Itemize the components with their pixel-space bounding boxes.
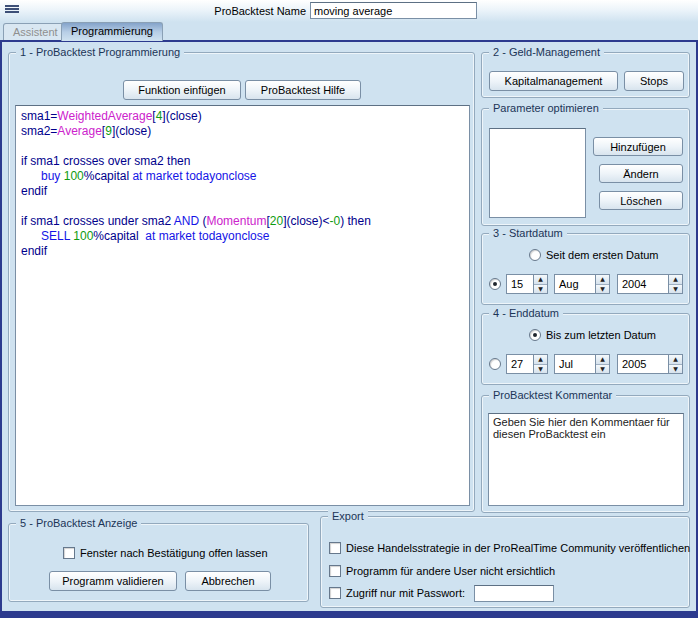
keep-window-open-label: Fenster nach Bestätigung offen lassen [80,547,268,560]
window-border-left [0,40,2,618]
tab-programmierung[interactable]: Programmierung [61,22,163,41]
edit-parameter-button[interactable]: Ändern [599,164,683,183]
end-year-spinner[interactable]: 2005 ▲▼ [617,354,683,374]
programming-panel-legend: 1 - ProBacktest Programmierung [16,45,184,59]
export-panel: Export Diese Handelsstrategie in der Pro… [320,516,690,608]
menu-icon[interactable] [5,5,19,17]
publish-community-checkbox[interactable] [329,542,341,554]
spinner-down-icon[interactable]: ▼ [669,285,682,294]
spinner-up-icon[interactable]: ▲ [596,355,609,365]
start-year-value[interactable]: 2004 [618,275,668,293]
start-day-spinner[interactable]: 15 ▲▼ [506,274,548,294]
optimize-parameters-legend: Parameter optimieren [489,101,603,115]
end-month-spinner[interactable]: Jul ▲▼ [554,354,610,374]
hide-from-users-label: Programm für andere User nicht ersichtli… [346,565,555,578]
optimize-parameters-panel: Parameter optimieren Hinzufügen Ändern L… [481,108,690,226]
money-management-legend: 2 - Geld-Management [489,45,604,59]
comment-panel-legend: ProBacktest Kommentar [489,388,616,402]
spinner-up-icon[interactable]: ▲ [596,275,609,285]
money-management-panel: 2 - Geld-Management Kapitalmanagement St… [481,52,690,98]
stops-button[interactable]: Stops [624,71,684,91]
end-date-panel: 4 - Enddatum Bis zum letzten Datum 27 ▲▼… [481,313,690,385]
display-panel-legend: 5 - ProBacktest Anzeige [16,516,141,530]
end-custom-date-radio[interactable] [489,358,501,370]
spinner-down-icon[interactable]: ▼ [669,365,682,374]
end-last-date-radio[interactable] [529,329,541,341]
spinner-up-icon[interactable]: ▲ [669,275,682,285]
start-first-date-label: Seit dem ersten Datum [546,249,659,262]
export-panel-legend: Export [328,509,368,523]
spinner-down-icon[interactable]: ▼ [596,285,609,294]
comment-panel: ProBacktest Kommentar Geben Sie hier den… [481,395,690,513]
probacktest-help-button[interactable]: ProBacktest Hilfe [245,80,361,100]
probacktest-window: ProBacktest Name Assistent Programmierun… [0,0,698,618]
titlebar: ProBacktest Name [0,0,698,22]
insert-function-button[interactable]: Funktion einfügen [123,80,241,100]
capital-management-button[interactable]: Kapitalmanagement [489,71,618,91]
start-date-panel: 3 - Startdatum Seit dem ersten Datum 15 … [481,233,690,305]
spinner-up-icon[interactable]: ▲ [669,355,682,365]
keep-window-open-checkbox[interactable] [63,547,75,559]
password-input[interactable] [474,585,554,602]
end-last-date-label: Bis zum letzten Datum [546,329,656,342]
publish-community-label: Diese Handelsstrategie in der ProRealTim… [346,542,690,555]
end-day-value[interactable]: 27 [507,355,533,373]
start-first-date-radio[interactable] [529,249,541,261]
end-year-value[interactable]: 2005 [618,355,668,373]
spinner-down-icon[interactable]: ▼ [534,285,547,294]
add-parameter-button[interactable]: Hinzufügen [593,137,683,156]
window-border-bottom [0,611,698,618]
password-access-label: Zugriff nur mit Passwort: [346,587,465,600]
start-day-value[interactable]: 15 [507,275,533,293]
tab-assistent[interactable]: Assistent [3,23,68,40]
probacktest-name-label: ProBacktest Name [200,5,306,18]
hide-from-users-checkbox[interactable] [329,565,341,577]
delete-parameter-button[interactable]: Löschen [599,191,683,210]
probacktest-name-input[interactable] [310,2,477,19]
validate-program-button[interactable]: Programm validieren [49,571,177,591]
end-month-value[interactable]: Jul [555,355,595,373]
code-editor[interactable]: sma1=WeightedAverage[4](close)sma2=Avera… [15,105,470,506]
display-panel: 5 - ProBacktest Anzeige Fenster nach Bes… [8,523,309,602]
start-year-spinner[interactable]: 2004 ▲▼ [617,274,683,294]
spinner-up-icon[interactable]: ▲ [534,355,547,365]
start-date-legend: 3 - Startdatum [489,226,567,240]
spinner-down-icon[interactable]: ▼ [534,365,547,374]
programming-panel: 1 - ProBacktest Programmierung Funktion … [8,52,475,512]
spinner-down-icon[interactable]: ▼ [596,365,609,374]
parameter-listbox[interactable] [489,128,586,218]
start-month-spinner[interactable]: Aug ▲▼ [554,274,610,294]
password-access-checkbox[interactable] [329,587,341,599]
start-custom-date-radio[interactable] [489,278,501,290]
end-day-spinner[interactable]: 27 ▲▼ [506,354,548,374]
start-month-value[interactable]: Aug [555,275,595,293]
spinner-up-icon[interactable]: ▲ [534,275,547,285]
end-date-legend: 4 - Enddatum [489,306,563,320]
comment-textarea[interactable]: Geben Sie hier den Kommentaer für diesen… [488,413,684,506]
cancel-button[interactable]: Abbrechen [185,571,271,591]
